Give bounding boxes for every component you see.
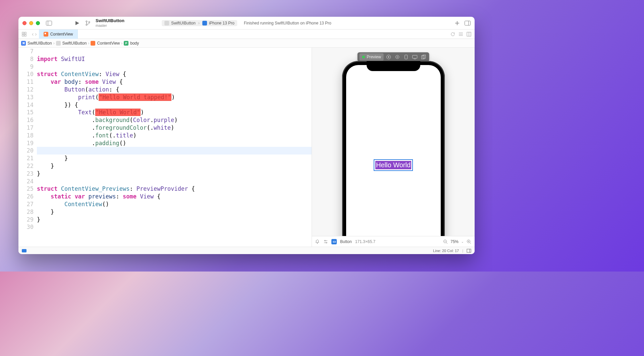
back-button[interactable]: ‹ bbox=[32, 31, 34, 37]
breadcrumb-label: SwiftUIButton bbox=[62, 41, 87, 46]
svg-rect-21 bbox=[405, 55, 408, 59]
breadcrumb-item[interactable]: ContentView bbox=[91, 41, 120, 46]
related-items-icon[interactable] bbox=[18, 32, 30, 37]
hello-world-button[interactable]: Hello World bbox=[375, 161, 411, 169]
svg-rect-10 bbox=[22, 35, 24, 36]
svg-rect-22 bbox=[413, 55, 417, 58]
svg-line-31 bbox=[446, 242, 447, 244]
line-gutter: 7891011121314151617181920212223242526272… bbox=[18, 48, 37, 247]
cursor-position: Line: 20 Col: 17 bbox=[433, 249, 459, 253]
element-dimensions: 171.3×65.7 bbox=[355, 239, 375, 244]
scheme-selector: SwiftUIButton › iPhone 13 Pro Finished r… bbox=[162, 20, 331, 26]
button-element-icon: ▭ bbox=[331, 239, 337, 244]
adjust-icon[interactable] bbox=[323, 239, 328, 244]
chevron-right-icon: › bbox=[88, 41, 89, 46]
git-branch-icon[interactable] bbox=[86, 20, 90, 26]
svg-point-4 bbox=[86, 24, 87, 25]
breadcrumb-label: ContentView bbox=[97, 41, 120, 46]
preview-on-device-icon[interactable] bbox=[411, 53, 419, 61]
svg-rect-11 bbox=[24, 35, 26, 36]
zoom-in-icon[interactable] bbox=[467, 239, 471, 244]
svg-rect-8 bbox=[22, 32, 24, 34]
swift-file-icon bbox=[44, 32, 48, 37]
toggle-navigator-icon[interactable] bbox=[46, 21, 52, 25]
iphone-screen[interactable]: Hello World bbox=[346, 65, 441, 236]
preview-toolbar: Preview bbox=[357, 52, 429, 62]
svg-point-28 bbox=[325, 240, 326, 241]
scheme-target[interactable]: SwiftUIButton › iPhone 13 Pro bbox=[162, 20, 237, 26]
property-icon: P bbox=[124, 41, 128, 46]
iphone-notch bbox=[367, 61, 420, 71]
project-name: SwiftUIButton bbox=[96, 18, 124, 23]
run-button[interactable] bbox=[75, 21, 79, 25]
duplicate-preview-icon[interactable] bbox=[420, 53, 427, 61]
breadcrumb-label: body bbox=[130, 41, 139, 46]
svg-rect-6 bbox=[465, 21, 471, 25]
bottom-bar: Line: 20 Col: 17 | bbox=[18, 247, 475, 254]
selected-element-label: Button bbox=[340, 239, 352, 244]
svg-point-29 bbox=[326, 242, 327, 243]
svg-rect-9 bbox=[24, 32, 26, 34]
svg-point-3 bbox=[86, 21, 87, 22]
window-controls bbox=[22, 21, 40, 25]
svg-point-20 bbox=[397, 57, 398, 58]
workspace: 7891011121314151617181920212223242526272… bbox=[18, 48, 475, 247]
adjust-editor-icon[interactable] bbox=[459, 32, 463, 37]
editor-tab[interactable]: ContentView bbox=[39, 29, 78, 39]
svg-rect-0 bbox=[46, 21, 52, 25]
preview-live-button[interactable]: Preview bbox=[359, 53, 384, 61]
preview-canvas[interactable]: Preview Hello World bbox=[312, 48, 475, 236]
add-button[interactable] bbox=[454, 20, 460, 26]
branch-name: master bbox=[96, 23, 124, 27]
code-content: import SwiftUI struct ContentView: View … bbox=[37, 48, 312, 247]
history-nav: ‹ › bbox=[30, 31, 39, 37]
build-status: Finished running SwiftUIButton on iPhone… bbox=[244, 21, 331, 25]
breadcrumb-item[interactable]: Pbody bbox=[124, 41, 139, 46]
preview-statusbar: ▭ Button 171.3×65.7 75% ⌄ bbox=[312, 236, 475, 247]
folder-icon bbox=[56, 41, 61, 46]
pin-icon[interactable] bbox=[315, 239, 320, 244]
tab-bar: ‹ › ContentView bbox=[18, 29, 475, 39]
app-icon bbox=[164, 21, 169, 25]
chevron-right-icon: › bbox=[121, 41, 122, 46]
breadcrumb-item[interactable]: SwiftUIButton bbox=[56, 41, 87, 46]
project-title[interactable]: SwiftUIButton master bbox=[96, 18, 124, 27]
forward-button[interactable]: › bbox=[35, 31, 37, 37]
xcode-window: SwiftUIButton master SwiftUIButton › iPh… bbox=[18, 17, 475, 254]
debug-area-icon[interactable] bbox=[22, 249, 26, 252]
play-preview-icon[interactable] bbox=[385, 53, 392, 61]
scheme-target-label: SwiftUIButton bbox=[171, 21, 196, 25]
zoom-out-icon[interactable] bbox=[443, 239, 448, 244]
toggle-inspector-icon[interactable] bbox=[465, 21, 471, 25]
zoom-level[interactable]: 75% bbox=[450, 239, 459, 244]
refresh-icon[interactable] bbox=[450, 32, 455, 37]
iphone-frame: Hello World bbox=[342, 61, 445, 236]
svg-marker-2 bbox=[75, 21, 79, 25]
minimap-toggle-icon[interactable] bbox=[467, 249, 471, 253]
chevron-right-icon: › bbox=[198, 21, 200, 25]
close-window-button[interactable] bbox=[22, 21, 26, 25]
tab-label: ContentView bbox=[50, 32, 73, 37]
selection-outline: Hello World bbox=[374, 159, 413, 171]
jump-bar: ⌘SwiftUIButton › SwiftUIButton › Content… bbox=[18, 39, 475, 48]
preview-label: Preview bbox=[367, 55, 381, 59]
source-editor[interactable]: 7891011121314151617181920212223242526272… bbox=[18, 48, 312, 247]
svg-rect-37 bbox=[467, 249, 471, 252]
minimize-window-button[interactable] bbox=[29, 21, 33, 25]
pin-preview-icon[interactable] bbox=[394, 53, 401, 61]
zoom-window-button[interactable] bbox=[36, 21, 40, 25]
status-indicator-icon bbox=[362, 56, 365, 58]
svg-marker-18 bbox=[388, 56, 390, 58]
editor-pane: 7891011121314151617181920212223242526272… bbox=[18, 48, 312, 247]
breadcrumb-label: SwiftUIButton bbox=[28, 41, 52, 46]
chevron-down-icon[interactable]: ⌄ bbox=[461, 240, 464, 243]
svg-point-5 bbox=[89, 21, 90, 23]
svg-line-34 bbox=[470, 242, 471, 244]
project-icon: ⌘ bbox=[21, 41, 26, 46]
device-settings-icon[interactable] bbox=[402, 53, 410, 61]
swift-file-icon bbox=[91, 41, 95, 46]
add-editor-icon[interactable] bbox=[467, 32, 471, 37]
titlebar-right bbox=[454, 20, 471, 26]
scheme-device-label: iPhone 13 Pro bbox=[209, 21, 234, 25]
breadcrumb-item[interactable]: ⌘SwiftUIButton bbox=[21, 41, 52, 46]
